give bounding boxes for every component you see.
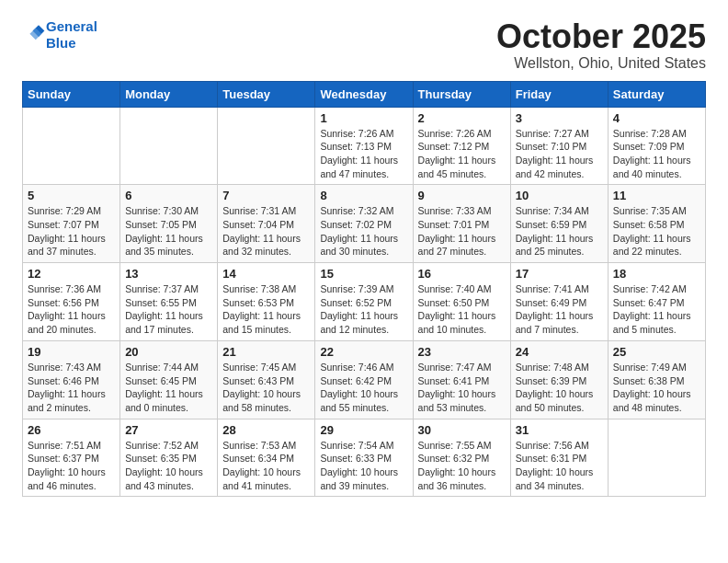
day-number: 30 (418, 423, 506, 437)
day-info: Sunrise: 7:34 AM Sunset: 6:59 PM Dayligh… (516, 204, 603, 259)
calendar-day-cell: 10Sunrise: 7:34 AM Sunset: 6:59 PM Dayli… (510, 185, 608, 263)
calendar-week-row: 19Sunrise: 7:43 AM Sunset: 6:46 PM Dayli… (23, 340, 706, 419)
calendar-day-cell: 8Sunrise: 7:32 AM Sunset: 7:02 PM Daylig… (315, 185, 413, 263)
day-number: 15 (320, 267, 407, 281)
day-info: Sunrise: 7:42 AM Sunset: 6:47 PM Dayligh… (613, 282, 700, 337)
month-title: October 2025 (496, 18, 706, 55)
day-info: Sunrise: 7:28 AM Sunset: 7:09 PM Dayligh… (613, 127, 700, 181)
calendar-week-row: 26Sunrise: 7:51 AM Sunset: 6:37 PM Dayli… (23, 419, 706, 497)
day-info: Sunrise: 7:29 AM Sunset: 7:07 PM Dayligh… (28, 204, 115, 259)
day-number: 10 (516, 189, 603, 202)
calendar-day-cell: 28Sunrise: 7:53 AM Sunset: 6:34 PM Dayli… (218, 419, 315, 497)
calendar-day-cell: 22Sunrise: 7:46 AM Sunset: 6:42 PM Dayli… (315, 340, 413, 419)
calendar-day-cell: 24Sunrise: 7:48 AM Sunset: 6:39 PM Dayli… (510, 340, 608, 419)
calendar-day-cell: 30Sunrise: 7:55 AM Sunset: 6:32 PM Dayli… (413, 419, 510, 497)
day-number: 14 (222, 267, 310, 281)
day-number: 22 (320, 345, 407, 359)
day-info: Sunrise: 7:26 AM Sunset: 7:12 PM Dayligh… (418, 127, 506, 181)
day-number: 23 (418, 345, 506, 359)
calendar-day-cell: 25Sunrise: 7:49 AM Sunset: 6:38 PM Dayli… (608, 340, 705, 419)
day-of-week-header: Tuesday (218, 81, 315, 107)
calendar-day-cell: 5Sunrise: 7:29 AM Sunset: 7:07 PM Daylig… (23, 185, 120, 263)
day-number: 4 (613, 111, 700, 125)
day-number: 16 (418, 267, 506, 281)
day-info: Sunrise: 7:35 AM Sunset: 6:58 PM Dayligh… (613, 204, 700, 259)
day-number: 27 (125, 423, 212, 437)
day-of-week-header: Monday (120, 81, 218, 107)
calendar-day-cell (120, 107, 218, 185)
calendar-day-cell: 15Sunrise: 7:39 AM Sunset: 6:52 PM Dayli… (315, 263, 413, 341)
calendar-day-cell: 11Sunrise: 7:35 AM Sunset: 6:58 PM Dayli… (608, 185, 705, 263)
day-number: 7 (222, 189, 310, 202)
day-number: 6 (125, 189, 212, 202)
day-info: Sunrise: 7:43 AM Sunset: 6:46 PM Dayligh… (28, 361, 115, 415)
logo: General Blue (22, 18, 97, 52)
day-info: Sunrise: 7:26 AM Sunset: 7:13 PM Dayligh… (320, 127, 407, 181)
calendar-day-cell: 14Sunrise: 7:38 AM Sunset: 6:53 PM Dayli… (218, 263, 315, 341)
calendar-day-cell: 21Sunrise: 7:45 AM Sunset: 6:43 PM Dayli… (218, 340, 315, 419)
day-number: 18 (613, 267, 700, 281)
day-number: 2 (418, 111, 506, 125)
day-number: 21 (222, 345, 310, 359)
day-number: 9 (418, 189, 506, 202)
day-info: Sunrise: 7:55 AM Sunset: 6:32 PM Dayligh… (418, 439, 506, 493)
day-info: Sunrise: 7:41 AM Sunset: 6:49 PM Dayligh… (516, 282, 603, 337)
calendar-day-cell: 7Sunrise: 7:31 AM Sunset: 7:04 PM Daylig… (218, 185, 315, 263)
day-info: Sunrise: 7:45 AM Sunset: 6:43 PM Dayligh… (222, 361, 310, 415)
calendar-day-cell: 6Sunrise: 7:30 AM Sunset: 7:05 PM Daylig… (120, 185, 218, 263)
day-number: 28 (222, 423, 310, 437)
day-info: Sunrise: 7:51 AM Sunset: 6:37 PM Dayligh… (28, 439, 115, 493)
day-info: Sunrise: 7:40 AM Sunset: 6:50 PM Dayligh… (418, 282, 506, 337)
calendar-table: SundayMondayTuesdayWednesdayThursdayFrid… (22, 81, 706, 498)
day-info: Sunrise: 7:56 AM Sunset: 6:31 PM Dayligh… (516, 439, 603, 493)
day-number: 11 (613, 189, 700, 202)
logo-general: General (46, 18, 97, 34)
calendar-day-cell: 23Sunrise: 7:47 AM Sunset: 6:41 PM Dayli… (413, 340, 510, 419)
day-info: Sunrise: 7:47 AM Sunset: 6:41 PM Dayligh… (418, 361, 506, 415)
day-number: 29 (320, 423, 407, 437)
logo-icon (24, 22, 46, 44)
logo-text: General Blue (46, 18, 97, 52)
day-info: Sunrise: 7:37 AM Sunset: 6:55 PM Dayligh… (125, 282, 212, 337)
calendar-day-cell: 29Sunrise: 7:54 AM Sunset: 6:33 PM Dayli… (315, 419, 413, 497)
calendar-day-cell: 20Sunrise: 7:44 AM Sunset: 6:45 PM Dayli… (120, 340, 218, 419)
day-number: 8 (320, 189, 407, 202)
day-number: 26 (28, 423, 115, 437)
day-info: Sunrise: 7:52 AM Sunset: 6:35 PM Dayligh… (125, 439, 212, 493)
day-info: Sunrise: 7:46 AM Sunset: 6:42 PM Dayligh… (320, 361, 407, 415)
calendar-day-cell (608, 419, 705, 497)
day-info: Sunrise: 7:27 AM Sunset: 7:10 PM Dayligh… (516, 127, 603, 181)
day-number: 24 (516, 345, 603, 359)
day-number: 20 (125, 345, 212, 359)
day-of-week-header: Saturday (608, 81, 705, 107)
day-info: Sunrise: 7:53 AM Sunset: 6:34 PM Dayligh… (222, 439, 310, 493)
calendar-day-cell: 19Sunrise: 7:43 AM Sunset: 6:46 PM Dayli… (23, 340, 120, 419)
day-number: 25 (613, 345, 700, 359)
calendar-day-cell: 17Sunrise: 7:41 AM Sunset: 6:49 PM Dayli… (510, 263, 608, 341)
calendar-week-row: 12Sunrise: 7:36 AM Sunset: 6:56 PM Dayli… (23, 263, 706, 341)
calendar-header-row: SundayMondayTuesdayWednesdayThursdayFrid… (23, 81, 706, 107)
day-number: 5 (28, 189, 115, 202)
day-info: Sunrise: 7:54 AM Sunset: 6:33 PM Dayligh… (320, 439, 407, 493)
calendar-week-row: 5Sunrise: 7:29 AM Sunset: 7:07 PM Daylig… (23, 185, 706, 263)
calendar-day-cell: 2Sunrise: 7:26 AM Sunset: 7:12 PM Daylig… (413, 107, 510, 185)
day-of-week-header: Sunday (23, 81, 120, 107)
day-info: Sunrise: 7:39 AM Sunset: 6:52 PM Dayligh… (320, 282, 407, 337)
calendar-day-cell: 13Sunrise: 7:37 AM Sunset: 6:55 PM Dayli… (120, 263, 218, 341)
day-number: 3 (516, 111, 603, 125)
header: General Blue October 2025 Wellston, Ohio… (22, 18, 706, 72)
day-info: Sunrise: 7:38 AM Sunset: 6:53 PM Dayligh… (222, 282, 310, 337)
calendar-day-cell: 1Sunrise: 7:26 AM Sunset: 7:13 PM Daylig… (315, 107, 413, 185)
day-info: Sunrise: 7:31 AM Sunset: 7:04 PM Dayligh… (222, 204, 310, 259)
day-number: 17 (516, 267, 603, 281)
calendar-day-cell: 16Sunrise: 7:40 AM Sunset: 6:50 PM Dayli… (413, 263, 510, 341)
title-area: October 2025 Wellston, Ohio, United Stat… (496, 18, 706, 72)
day-number: 12 (28, 267, 115, 281)
day-of-week-header: Friday (510, 81, 608, 107)
day-info: Sunrise: 7:36 AM Sunset: 6:56 PM Dayligh… (28, 282, 115, 337)
day-info: Sunrise: 7:30 AM Sunset: 7:05 PM Dayligh… (125, 204, 212, 259)
day-info: Sunrise: 7:49 AM Sunset: 6:38 PM Dayligh… (613, 361, 700, 415)
day-of-week-header: Wednesday (315, 81, 413, 107)
calendar-day-cell (23, 107, 120, 185)
day-info: Sunrise: 7:44 AM Sunset: 6:45 PM Dayligh… (125, 361, 212, 415)
